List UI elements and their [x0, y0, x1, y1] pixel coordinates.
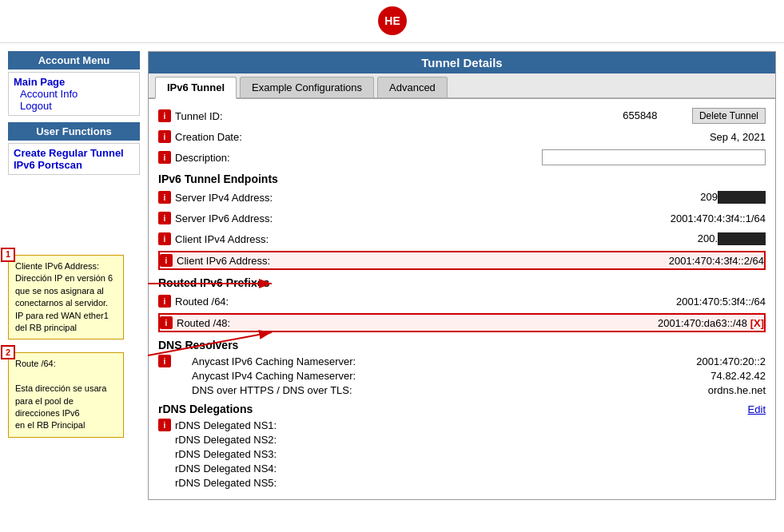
routed64-label: Routed /64: — [175, 296, 351, 308]
annotation-2-number: 2 — [1, 345, 15, 359]
creation-date-label: Creation Date: — [175, 131, 351, 143]
anycast-ipv4-value: 74.82.42.42 — [398, 370, 766, 382]
delete-tunnel-button[interactable]: Delete Tunnel — [692, 108, 766, 124]
tab-ipv6-tunnel[interactable]: IPv6 Tunnel — [155, 77, 237, 99]
description-icon: i — [158, 151, 171, 164]
server-ipv6-label: Server IPv6 Address: — [175, 212, 351, 224]
tunnel-id-icon: i — [158, 109, 171, 122]
tab-example-configs[interactable]: Example Configurations — [240, 77, 374, 97]
creation-date-value: Sep 4, 2021 — [351, 131, 766, 143]
tunnel-id-label: Tunnel ID: — [175, 110, 351, 122]
creation-date-row: i Creation Date: Sep 4, 2021 — [158, 128, 766, 145]
rdns-ns4-label: rDNS Delegated NS4: — [175, 463, 277, 474]
anycast-ipv6-row: i Anycast IPv6 Caching Nameserver: 2001:… — [158, 355, 766, 367]
description-input[interactable] — [542, 149, 766, 165]
site-logo: HE — [368, 5, 416, 37]
rdns-ns5-row: rDNS Delegated NS5: — [158, 477, 766, 489]
anycast-ipv6-label: Anycast IPv6 Caching Nameserver: — [175, 355, 415, 367]
content-panel: Tunnel Details IPv6 Tunnel Example Confi… — [148, 51, 776, 500]
svg-text:HE: HE — [384, 14, 400, 27]
account-menu-box: Main Page Account Info Logout — [8, 72, 140, 116]
routed48-x-link[interactable]: [X] — [750, 317, 764, 329]
client-ipv4-redacted — [718, 232, 766, 245]
routed48-label: Routed /48: — [177, 317, 352, 329]
rdns-ns4-row: rDNS Delegated NS4: — [158, 463, 766, 474]
routed-title: Routed IPv6 Prefixes — [158, 276, 766, 289]
client-ipv6-value: 2001:470:4:3f4::2/64 — [352, 255, 764, 267]
server-ipv6-row: i Server IPv6 Address: 2001:470:4:3f4::1… — [158, 209, 766, 227]
annotation-1-number: 1 — [1, 248, 15, 262]
client-ipv4-icon: i — [158, 232, 171, 245]
rdns-ns1-row: i rDNS Delegated NS1: — [158, 419, 766, 431]
client-ipv4-row: i Client IPv4 Address: 200. — [158, 230, 766, 248]
server-ipv6-icon: i — [158, 212, 171, 224]
anycast-ipv4-label: Anycast IPv4 Caching Nameserver: — [175, 370, 398, 382]
dns-https-row: DNS over HTTPS / DNS over TLS: ordns.he.… — [158, 384, 766, 396]
sidebar: Account Menu Main Page Account Info Logo… — [8, 51, 140, 500]
rdns-title: rDNS Delegations — [158, 403, 748, 415]
portscan-link[interactable]: IPv6 Portscan — [14, 159, 134, 171]
rdns-ns1-label: rDNS Delegated NS1: — [175, 419, 277, 431]
rdns-ns3-row: rDNS Delegated NS3: — [158, 448, 766, 460]
rdns-ns2-row: rDNS Delegated NS2: — [158, 434, 766, 446]
routed48-row: i Routed /48: 2001:470:da63::/48 [X] — [158, 313, 766, 332]
client-ipv6-label: Client IPv6 Address: — [177, 255, 352, 267]
dns-title: DNS Resolvers — [158, 339, 766, 351]
logout-link[interactable]: Logout — [14, 100, 134, 112]
routed64-icon: i — [158, 295, 171, 308]
tab-advanced[interactable]: Advanced — [377, 77, 448, 97]
main-page-link[interactable]: Main Page — [14, 76, 134, 88]
rdns-ns5-label: rDNS Delegated NS5: — [175, 477, 277, 489]
description-value — [351, 149, 766, 165]
dns-https-label: DNS over HTTPS / DNS over TLS: — [175, 384, 398, 396]
description-label: Description: — [175, 152, 351, 164]
server-ipv4-row: i Server IPv4 Address: 209 — [158, 189, 766, 206]
user-functions-box: Create Regular Tunnel IPv6 Portscan — [8, 143, 140, 175]
creation-date-icon: i — [158, 130, 171, 143]
anycast-ipv4-row: Anycast IPv4 Caching Nameserver: 74.82.4… — [158, 370, 766, 382]
rdns-ns3-label: rDNS Delegated NS3: — [175, 448, 277, 460]
client-ipv4-label: Client IPv4 Address: — [175, 233, 351, 245]
annotation-2-text: Route /64: Esta dirección se usara para … — [15, 358, 117, 431]
routed48-value: 2001:470:da63::/48 [X] — [352, 317, 764, 329]
anycast-ipv6-value: 2001:470:20::2 — [415, 355, 766, 367]
client-ipv4-value: 200. — [351, 232, 766, 246]
server-ipv6-value: 2001:470:4:3f4::1/64 — [351, 212, 766, 224]
create-tunnel-link[interactable]: Create Regular Tunnel — [14, 147, 134, 159]
routed64-value: 2001:470:5:3f4::/64 — [351, 296, 766, 308]
account-menu-title: Account Menu — [8, 51, 140, 69]
rdns-header: rDNS Delegations Edit — [158, 403, 766, 415]
rdns-ns1-icon: i — [158, 419, 171, 431]
tabs-row: IPv6 Tunnel Example Configurations Advan… — [149, 73, 775, 99]
anycast-ipv6-icon: i — [158, 355, 171, 367]
server-ipv4-value: 209 — [351, 191, 766, 204]
annotation-1-text: Cliente IPv6 Address: Dirección IP en ve… — [15, 260, 117, 334]
account-info-link[interactable]: Account Info — [14, 88, 134, 100]
dns-https-value: ordns.he.net — [398, 384, 766, 396]
routed64-row: i Routed /64: 2001:470:5:3f4::/64 — [158, 292, 766, 310]
server-ipv4-icon: i — [158, 191, 171, 204]
tunnel-id-value: 655848 Delete Tunnel — [351, 108, 766, 124]
server-ipv4-label: Server IPv4 Address: — [175, 192, 351, 204]
rdns-ns2-label: rDNS Delegated NS2: — [175, 434, 277, 446]
tunnel-body: i Tunnel ID: 655848 Delete Tunnel i Crea… — [149, 99, 775, 499]
panel-title: Tunnel Details — [149, 52, 775, 73]
routed48-icon: i — [160, 316, 173, 329]
server-ipv4-redacted — [718, 191, 766, 204]
client-ipv6-row: i Client IPv6 Address: 2001:470:4:3f4::2… — [158, 251, 766, 270]
description-row: i Description: — [158, 149, 766, 166]
annotation-1: 1 Cliente IPv6 Address: Dirección IP en … — [8, 255, 124, 339]
rdns-edit-link[interactable]: Edit — [748, 403, 766, 415]
client-ipv6-icon: i — [160, 254, 173, 267]
user-functions-title: User Functions — [8, 122, 140, 141]
endpoints-title: IPv6 Tunnel Endpoints — [158, 173, 766, 185]
tunnel-id-row: i Tunnel ID: 655848 Delete Tunnel — [158, 107, 766, 125]
annotation-2: 2 Route /64: Esta dirección se usara par… — [8, 352, 124, 437]
